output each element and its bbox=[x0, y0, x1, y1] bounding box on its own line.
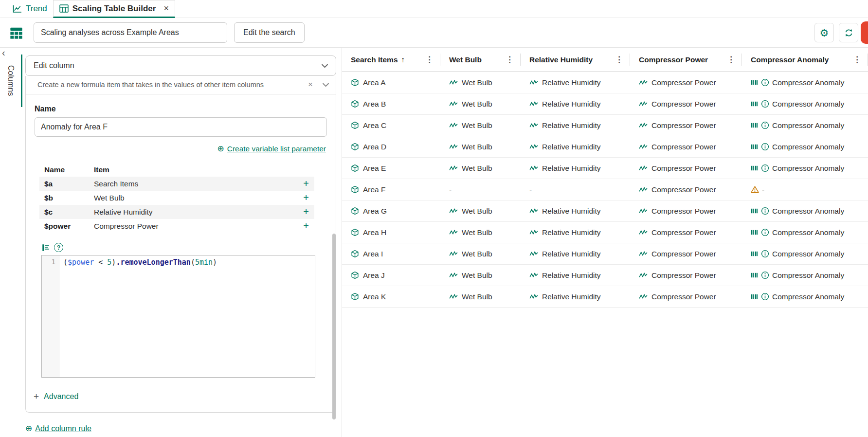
advanced-toggle[interactable]: Advanced bbox=[44, 392, 78, 401]
add-column-rule-link[interactable]: Add column rule bbox=[35, 424, 91, 433]
area-cell[interactable]: Area H bbox=[342, 222, 440, 243]
power-cell[interactable]: Compressor Power bbox=[630, 115, 742, 136]
column-menu-icon[interactable]: ⋮ bbox=[613, 55, 625, 65]
humidity-cell[interactable]: Relative Humidity bbox=[521, 243, 630, 264]
humidity-cell[interactable]: Relative Humidity bbox=[521, 115, 630, 136]
power-cell[interactable]: Compressor Power bbox=[630, 158, 742, 179]
humidity-cell[interactable]: Relative Humidity bbox=[521, 136, 630, 157]
anomaly-cell[interactable]: - bbox=[742, 179, 868, 200]
info-icon[interactable] bbox=[761, 207, 769, 215]
wet-bulb-cell[interactable]: Wet Bulb bbox=[440, 72, 521, 93]
add-param-button[interactable]: + bbox=[298, 206, 314, 218]
humidity-cell[interactable]: Relative Humidity bbox=[521, 222, 630, 243]
anomaly-cell[interactable]: Compressor Anomaly bbox=[742, 222, 868, 243]
formula-lines-icon[interactable] bbox=[41, 243, 50, 252]
column-menu-icon[interactable]: ⋮ bbox=[423, 55, 435, 65]
humidity-cell[interactable]: Relative Humidity bbox=[521, 286, 630, 307]
column-menu-icon[interactable]: ⋮ bbox=[851, 55, 863, 65]
area-cell[interactable]: Area K bbox=[342, 286, 440, 307]
clear-selection-icon[interactable]: × bbox=[308, 80, 313, 90]
area-cell[interactable]: Area A bbox=[342, 72, 440, 93]
anomaly-cell[interactable]: Compressor Anomaly bbox=[742, 265, 868, 286]
add-param-button[interactable]: + bbox=[298, 178, 314, 189]
power-cell[interactable]: Compressor Power bbox=[630, 136, 742, 157]
area-cell[interactable]: Area B bbox=[342, 93, 440, 114]
anomaly-cell[interactable]: Compressor Anomaly bbox=[742, 158, 868, 179]
area-cell[interactable]: Area J bbox=[342, 265, 440, 286]
power-cell[interactable]: Compressor Power bbox=[630, 179, 742, 200]
chevron-down-icon[interactable] bbox=[323, 83, 329, 87]
add-param-button[interactable]: + bbox=[298, 192, 314, 203]
info-icon[interactable] bbox=[761, 164, 769, 172]
wet-bulb-cell[interactable]: Wet Bulb bbox=[440, 286, 521, 307]
column-menu-icon[interactable]: ⋮ bbox=[725, 55, 737, 65]
info-icon[interactable] bbox=[761, 250, 769, 258]
anomaly-cell[interactable]: Compressor Anomaly bbox=[742, 72, 868, 93]
anomaly-cell[interactable]: Compressor Anomaly bbox=[742, 136, 868, 157]
power-cell[interactable]: Compressor Power bbox=[630, 243, 742, 264]
wet-bulb-cell[interactable]: Wet Bulb bbox=[440, 158, 521, 179]
area-cell[interactable]: Area D bbox=[342, 136, 440, 157]
column-header[interactable]: Wet Bulb ⋮ bbox=[440, 48, 521, 72]
refresh-button[interactable] bbox=[839, 23, 858, 42]
power-cell[interactable]: Compressor Power bbox=[630, 200, 742, 221]
formula-editor[interactable]: 1 ($power < 5).removeLongerThan(5min) bbox=[41, 255, 315, 378]
info-icon[interactable] bbox=[761, 100, 769, 108]
info-icon[interactable] bbox=[761, 271, 769, 279]
humidity-cell[interactable]: Relative Humidity bbox=[521, 200, 630, 221]
wet-bulb-cell[interactable]: Wet Bulb bbox=[440, 265, 521, 286]
sort-asc-icon[interactable]: ↑ bbox=[401, 55, 405, 64]
add-param-button[interactable]: + bbox=[298, 220, 314, 232]
humidity-cell[interactable]: Relative Humidity bbox=[521, 93, 630, 114]
red-accent-button[interactable] bbox=[861, 21, 868, 44]
anomaly-cell[interactable]: Compressor Anomaly bbox=[742, 200, 868, 221]
column-header[interactable]: Compressor Anomaly ⋮ bbox=[742, 48, 868, 72]
anomaly-cell[interactable]: Compressor Anomaly bbox=[742, 286, 868, 307]
area-cell[interactable]: Area F bbox=[342, 179, 440, 200]
formula-code-line[interactable]: ($power < 5).removeLongerThan(5min) bbox=[59, 255, 315, 377]
humidity-cell[interactable]: Relative Humidity bbox=[521, 72, 630, 93]
power-cell[interactable]: Compressor Power bbox=[630, 93, 742, 114]
wet-bulb-cell[interactable]: Wet Bulb bbox=[440, 93, 521, 114]
close-tab-icon[interactable]: × bbox=[163, 3, 169, 14]
column-header[interactable]: Relative Humidity ⋮ bbox=[521, 48, 630, 72]
area-cell[interactable]: Area E bbox=[342, 158, 440, 179]
area-cell[interactable]: Area G bbox=[342, 200, 440, 221]
humidity-cell[interactable]: Relative Humidity bbox=[521, 265, 630, 286]
power-cell[interactable]: Compressor Power bbox=[630, 286, 742, 307]
info-icon[interactable] bbox=[761, 292, 769, 301]
wet-bulb-cell[interactable]: Wet Bulb bbox=[440, 136, 521, 157]
info-icon[interactable] bbox=[761, 78, 769, 87]
edit-column-select[interactable]: Edit column bbox=[25, 55, 336, 76]
anomaly-cell[interactable]: Compressor Anomaly bbox=[742, 93, 868, 114]
anomaly-cell[interactable]: Compressor Anomaly bbox=[742, 243, 868, 264]
sidebar-tab-columns[interactable]: Columns bbox=[0, 55, 22, 107]
info-icon[interactable] bbox=[761, 228, 769, 237]
wet-bulb-cell[interactable]: Wet Bulb bbox=[440, 200, 521, 221]
power-cell[interactable]: Compressor Power bbox=[630, 222, 742, 243]
wet-bulb-cell[interactable]: - bbox=[440, 179, 521, 200]
area-cell[interactable]: Area C bbox=[342, 115, 440, 136]
search-input[interactable] bbox=[34, 22, 227, 43]
wet-bulb-cell[interactable]: Wet Bulb bbox=[440, 243, 521, 264]
help-icon[interactable]: ? bbox=[54, 243, 63, 252]
wet-bulb-cell[interactable]: Wet Bulb bbox=[440, 115, 521, 136]
tab-scaling-table-builder[interactable]: Scaling Table Builder × bbox=[53, 0, 175, 18]
edit-search-button[interactable]: Edit the search bbox=[234, 22, 305, 43]
area-cell[interactable]: Area I bbox=[342, 243, 440, 264]
tab-trend[interactable]: Trend bbox=[7, 0, 53, 18]
settings-button[interactable]: ⚙ bbox=[814, 23, 834, 42]
info-icon[interactable] bbox=[761, 143, 769, 151]
column-menu-icon[interactable]: ⋮ bbox=[504, 55, 516, 65]
column-name-input[interactable] bbox=[35, 117, 327, 137]
create-variable-list-parameter-link[interactable]: Create variable list parameter bbox=[227, 145, 326, 153]
column-header[interactable]: Compressor Power ⋮ bbox=[630, 48, 742, 72]
humidity-cell[interactable]: Relative Humidity bbox=[521, 158, 630, 179]
column-header[interactable]: Search Items ↑ ⋮ bbox=[342, 48, 440, 72]
panel-scrollbar-thumb[interactable] bbox=[332, 234, 336, 419]
info-icon[interactable] bbox=[761, 121, 769, 129]
power-cell[interactable]: Compressor Power bbox=[630, 72, 742, 93]
power-cell[interactable]: Compressor Power bbox=[630, 265, 742, 286]
wet-bulb-cell[interactable]: Wet Bulb bbox=[440, 222, 521, 243]
humidity-cell[interactable]: - bbox=[521, 179, 630, 200]
